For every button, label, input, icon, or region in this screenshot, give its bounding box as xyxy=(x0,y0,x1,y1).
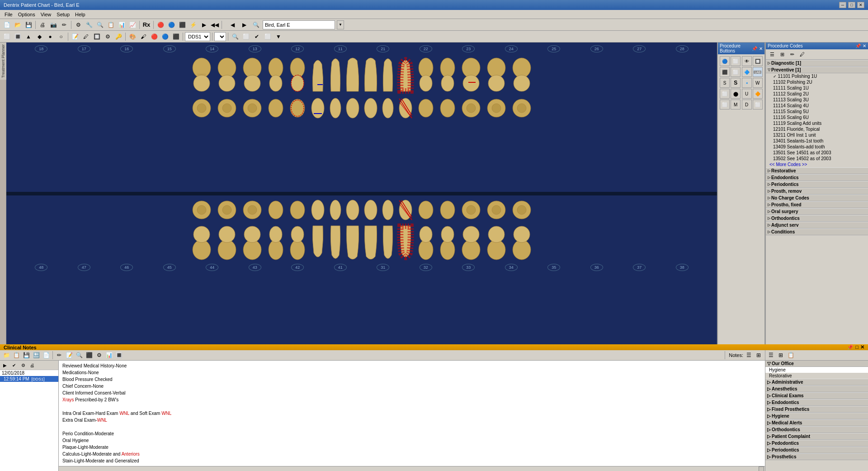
tooth-41[interactable] xyxy=(344,224,361,262)
notes-tb-10[interactable]: ⚙ xyxy=(94,351,104,359)
section-periodontics-header[interactable]: ▷ Periodontics xyxy=(766,181,868,188)
menu-setup[interactable]: Setup xyxy=(54,11,72,18)
tooth-26-num[interactable]: 26 xyxy=(590,45,603,52)
office-sec-prosthetics[interactable]: ▷ Prosthetics xyxy=(765,453,868,460)
office-sec-endodontics[interactable]: ▷ Endodontics xyxy=(765,399,868,406)
tooth-48-occ[interactable] xyxy=(190,198,213,222)
pb-14[interactable]: ⬤ xyxy=(731,89,741,99)
tooth-45-occ[interactable] xyxy=(266,198,286,222)
tb2-btn5[interactable]: ● xyxy=(45,32,55,42)
section-orthodontics-header[interactable]: ▷ Orthodontics xyxy=(766,215,868,222)
notes-tb-5[interactable]: 📄 xyxy=(42,351,51,359)
office-sec-periodontics[interactable]: ▷ Periodontics xyxy=(765,447,868,453)
tooth-43-occ[interactable] xyxy=(309,198,326,222)
tooth-37-num[interactable]: 37 xyxy=(633,264,646,271)
pb-18[interactable]: M xyxy=(731,100,741,109)
pencil-btn[interactable]: ✏ xyxy=(59,20,69,30)
tooth-47-occ[interactable] xyxy=(215,198,239,222)
office-sec-orthodontics[interactable]: ▷ Orthodontics xyxy=(765,426,868,433)
proc-buttons-close[interactable]: ✕ xyxy=(759,46,763,51)
rx-btn[interactable]: Rx xyxy=(142,20,151,30)
tooth-43-num[interactable]: 43 xyxy=(249,264,261,271)
office-hygiene[interactable]: Hygiene xyxy=(765,367,868,373)
pc-filter[interactable]: 🖊 xyxy=(797,50,807,58)
tooth-42[interactable] xyxy=(328,224,343,262)
tb2-btn4[interactable]: ◆ xyxy=(34,32,44,42)
tooth-14-num[interactable]: 14 xyxy=(206,45,218,52)
notes-view-2[interactable]: ⊞ xyxy=(754,351,763,359)
tooth-22-num[interactable]: 22 xyxy=(420,45,432,52)
tooth-46-occ[interactable] xyxy=(241,198,264,222)
br-tb-3[interactable]: 📋 xyxy=(786,351,795,359)
tooth-14-occ[interactable] xyxy=(288,96,307,120)
tooth-32[interactable] xyxy=(381,224,395,262)
tooth-16-num[interactable]: 16 xyxy=(120,45,133,52)
tool11[interactable]: ⬛ xyxy=(177,20,187,30)
tooth-34-occ[interactable] xyxy=(416,198,436,222)
tooth-28-num[interactable]: 28 xyxy=(676,45,689,52)
tooth-31-num[interactable]: 31 xyxy=(377,264,389,271)
tb2-btn2[interactable]: 🔳 xyxy=(13,32,23,42)
tooth-15-occ[interactable] xyxy=(266,96,286,120)
tooth-25-num[interactable]: 25 xyxy=(547,45,560,52)
tooth-25-occ[interactable] xyxy=(438,96,458,120)
tool3[interactable]: ⚙ xyxy=(73,20,83,30)
tooth-21-occ[interactable] xyxy=(363,96,379,120)
tooth-47-num[interactable]: 47 xyxy=(78,264,90,271)
menu-view[interactable]: View xyxy=(38,11,54,18)
section-endodontics-header[interactable]: ▷ Endodontics xyxy=(766,174,868,181)
minimize-button[interactable]: ─ xyxy=(839,2,846,8)
notes-time-entry[interactable]: 12:59:14 PM [DDS1] xyxy=(0,376,58,382)
print-btn[interactable]: 🖨 xyxy=(38,20,47,30)
office-sec-hygiene[interactable]: ▷ Hygiene xyxy=(765,413,868,419)
code-13409[interactable]: 13409 Sealants-add tooth xyxy=(766,144,868,150)
section-diagnostic-header[interactable]: ▷ Diagnostic [1] xyxy=(766,60,868,67)
tooth-21[interactable] xyxy=(363,55,379,94)
pc-list-view[interactable]: ☰ xyxy=(768,50,777,58)
tooth-22-occ[interactable] xyxy=(381,96,395,120)
tooth-45-num[interactable]: 45 xyxy=(163,264,176,271)
tooth-36-num[interactable]: 36 xyxy=(590,264,603,271)
tooth-44-occ[interactable] xyxy=(288,198,307,222)
tooth-12-occ[interactable] xyxy=(328,96,343,120)
notes-tb-8[interactable]: 🔍 xyxy=(75,351,84,359)
tooth-12-num[interactable]: 12 xyxy=(291,45,304,52)
pb-4[interactable]: 🔲 xyxy=(753,56,763,66)
tooth-38[interactable] xyxy=(510,224,533,262)
tooth-26-occ[interactable] xyxy=(459,96,483,120)
tooth-13[interactable] xyxy=(309,55,326,94)
tooth-21-num[interactable]: 21 xyxy=(377,45,389,52)
tb2-btn14[interactable]: 🔴 xyxy=(149,32,159,42)
tb2-btn11[interactable]: 🔑 xyxy=(113,32,123,42)
notes-view-1[interactable]: ☰ xyxy=(744,351,753,359)
patient-dropdown-btn[interactable]: ▼ xyxy=(337,20,344,29)
tb2-btn16[interactable]: ⬛ xyxy=(171,32,181,42)
tooth-17-num[interactable]: 17 xyxy=(78,45,90,52)
more-codes-link[interactable]: << More Codes >> xyxy=(766,162,868,167)
tb2-btn3[interactable]: ▲ xyxy=(24,32,33,42)
tooth-11-occ[interactable] xyxy=(344,96,361,120)
tooth-24[interactable] xyxy=(416,55,436,94)
section-preventive-header[interactable]: ▽ Preventive [1] xyxy=(766,67,868,73)
notes-complete-btn[interactable]: ✔ xyxy=(10,362,18,369)
search-patient-btn[interactable]: 🔍 xyxy=(251,20,261,30)
pb-20[interactable]: ⬜ xyxy=(753,100,763,109)
tooth-15[interactable] xyxy=(266,55,286,94)
office-sec-anesthetics[interactable]: ▷ Anesthetics xyxy=(765,385,868,392)
menu-options[interactable]: Options xyxy=(15,11,38,18)
pb-17[interactable]: ⬜ xyxy=(720,100,730,109)
tool12[interactable]: ⚡ xyxy=(188,20,198,30)
notes-tb-12[interactable]: 🔳 xyxy=(114,351,123,359)
pc-grid-view[interactable]: ⊞ xyxy=(778,50,787,58)
tooth-27[interactable] xyxy=(485,55,508,94)
pb-10[interactable]: S xyxy=(731,78,741,88)
next-patient-btn[interactable]: ▶ xyxy=(239,20,249,30)
section-oral-surgery-header[interactable]: ▷ Oral surgery xyxy=(766,208,868,215)
tb2-btn8[interactable]: 🖊 xyxy=(81,32,91,42)
patient-name-input[interactable] xyxy=(263,20,335,29)
tooth-22[interactable] xyxy=(381,55,395,94)
code-11116[interactable]: 11116 Scaling 6U xyxy=(766,114,868,120)
tool13[interactable]: ▶ xyxy=(199,20,209,30)
notes-tb-1[interactable]: 📁 xyxy=(2,351,11,359)
tooth-16[interactable] xyxy=(241,55,264,94)
